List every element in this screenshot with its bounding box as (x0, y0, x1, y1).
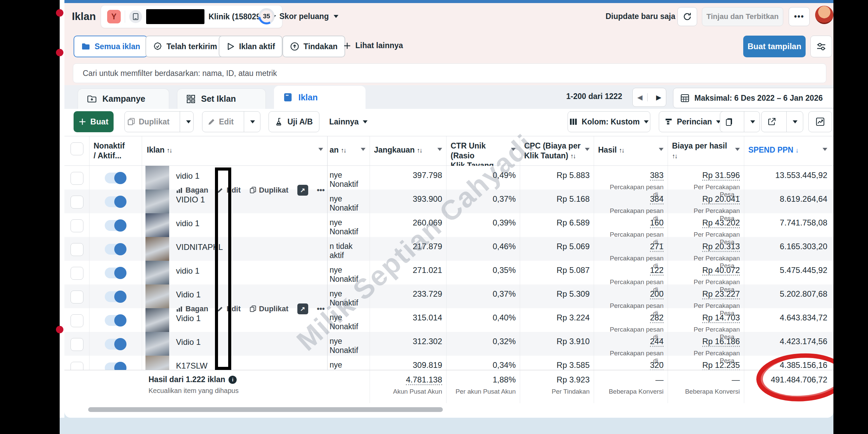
header-spend[interactable]: SPEND PPN ↓ (744, 136, 831, 165)
columns-button[interactable]: Kolom: Kustom (568, 111, 650, 132)
ad-active-toggle[interactable] (105, 362, 126, 370)
filter-tab-semua-iklan[interactable]: Semua iklan (74, 36, 147, 57)
cost-link[interactable]: Rp 20.041 (702, 194, 740, 204)
ad-name-link[interactable]: vidio 1 (176, 265, 199, 276)
ad-name-link[interactable]: Vidio 1 (176, 313, 201, 323)
filter-tab-tindakan[interactable]: Tindakan (282, 36, 345, 57)
results-link[interactable]: 384 (650, 194, 664, 204)
ad-thumbnail[interactable] (145, 166, 169, 190)
reports-menu-button[interactable] (744, 112, 760, 132)
row-checkbox[interactable] (71, 219, 83, 232)
create-button[interactable]: Buat (74, 111, 114, 132)
cost-link[interactable]: Rp 12.235 (702, 360, 740, 370)
ad-name-link[interactable]: Vidio 1 (176, 337, 201, 347)
duplicate-button[interactable]: Duplikat (124, 112, 176, 132)
breakdown-button[interactable]: Perincian (659, 111, 727, 132)
cost-link[interactable]: Rp 23.227 (702, 289, 740, 299)
ad-active-toggle[interactable] (105, 173, 126, 183)
ad-thumbnail[interactable] (145, 284, 169, 308)
tab-set-iklan[interactable]: Set Iklan (177, 88, 266, 109)
ad-thumbnail[interactable] (145, 213, 169, 237)
row-checkbox[interactable] (71, 243, 83, 256)
date-range-selector[interactable]: Maksimal: 6 Des 2022 – 6 Jan 2026 (673, 88, 833, 108)
edit-button[interactable]: Edit (202, 112, 240, 132)
user-avatar[interactable] (815, 6, 833, 24)
results-link[interactable]: 200 (650, 289, 664, 299)
filter-tab-lihat-lainnya[interactable]: Lihat lainnya (343, 41, 403, 50)
horizontal-scrollbar[interactable] (88, 407, 443, 412)
ad-name-link[interactable]: vidio 1 (176, 218, 199, 228)
more-actions-button[interactable]: Lainnya (329, 111, 368, 132)
cost-link[interactable]: Rp 40.072 (702, 265, 740, 276)
ad-active-toggle[interactable] (105, 244, 126, 255)
filter-tab-iklan-aktif[interactable]: Iklan aktif (219, 36, 282, 57)
tab-kampanye[interactable]: Kampanye (78, 88, 169, 109)
header-select-all[interactable] (64, 136, 90, 165)
cost-link[interactable]: Rp 43.202 (702, 218, 740, 228)
ad-active-toggle[interactable] (105, 291, 126, 302)
row-checkbox[interactable] (71, 196, 83, 209)
ad-thumbnail[interactable] (145, 308, 169, 332)
search-input[interactable]: Cari untuk memfilter berdasarkan: nama, … (73, 63, 826, 83)
results-link[interactable]: 282 (650, 313, 664, 323)
cost-link[interactable]: Rp 16.186 (702, 337, 740, 347)
results-link[interactable]: 383 (650, 171, 664, 181)
filter-tab-telah-terkirim[interactable]: Telah terkirim (145, 36, 224, 57)
ab-test-button[interactable]: Uji A/B (269, 111, 319, 132)
header-results[interactable]: Hasil ↑↓ (594, 136, 668, 165)
info-icon[interactable]: i (229, 376, 237, 384)
cost-link[interactable]: Rp 31.596 (702, 171, 740, 181)
results-link[interactable]: 160 (650, 218, 664, 228)
account-selector[interactable]: Y Klinik (158029... (101, 5, 282, 28)
next-page-button[interactable]: ▶ (652, 93, 666, 101)
ad-name-link[interactable]: K17SLW (176, 360, 208, 370)
results-link[interactable]: 244 (650, 337, 664, 347)
ad-active-toggle[interactable] (105, 315, 126, 326)
row-checkbox[interactable] (71, 267, 83, 280)
opportunity-score[interactable]: 35 Skor peluang (258, 6, 338, 26)
duplicate-menu-button[interactable] (180, 112, 194, 132)
cost-link[interactable]: Rp 14.703 (702, 313, 740, 323)
ad-name-link[interactable]: vidio 1 (176, 171, 325, 181)
view-settings-button[interactable] (810, 36, 832, 57)
results-link[interactable]: 122 (650, 265, 664, 276)
ad-thumbnail[interactable] (145, 261, 169, 284)
select-all-checkbox[interactable] (71, 142, 83, 155)
export-button[interactable] (761, 112, 782, 132)
ad-active-toggle[interactable] (105, 220, 126, 231)
ad-active-toggle[interactable] (105, 268, 126, 278)
row-checkbox[interactable] (71, 291, 83, 303)
tab-iklan[interactable]: Iklan (274, 86, 366, 109)
results-link[interactable]: 320 (650, 360, 664, 370)
header-ctr[interactable]: CTR Unik (RasioKlik Tayang... (447, 136, 520, 165)
more-options-button[interactable]: ••• (789, 7, 810, 26)
ad-thumbnail[interactable] (145, 332, 169, 356)
ad-name-link[interactable]: VIDIO 1 (176, 194, 205, 204)
ad-active-toggle[interactable] (105, 196, 126, 207)
header-cost-per-result[interactable]: Biaya per hasil↑↓ (668, 136, 744, 165)
ad-name-link[interactable]: Vidio 1 (176, 289, 325, 299)
row-checkbox[interactable] (71, 172, 83, 185)
header-delivery[interactable]: an ↑↓ (328, 136, 370, 165)
reports-button[interactable] (720, 112, 740, 132)
header-reach[interactable]: Jangkauan ↑↓ (370, 136, 447, 165)
results-link[interactable]: 271 (650, 242, 664, 252)
header-ad[interactable]: Iklan ↑↓ (142, 136, 328, 165)
ad-thumbnail[interactable] (145, 237, 169, 261)
red-dot-annotation (56, 9, 63, 17)
row-checkbox[interactable] (71, 314, 83, 327)
review-publish-button[interactable]: Tinjau dan Terbitkan (702, 7, 783, 26)
prev-page-button[interactable]: ◀ (633, 93, 648, 101)
ad-thumbnail[interactable] (145, 190, 169, 213)
edit-menu-button[interactable] (244, 112, 260, 132)
cost-link[interactable]: Rp 20.313 (702, 242, 740, 252)
create-view-button[interactable]: Buat tampilan (743, 36, 806, 57)
refresh-button[interactable] (677, 7, 697, 26)
export-menu-button[interactable] (786, 112, 804, 132)
ad-thumbnail[interactable] (145, 356, 169, 370)
row-checkbox[interactable] (71, 362, 83, 370)
header-cpc[interactable]: CPC (Biaya perKlik Tautan) ↑↓ (520, 136, 594, 165)
ad-active-toggle[interactable] (105, 339, 126, 350)
row-checkbox[interactable] (71, 338, 83, 351)
charts-button[interactable] (808, 111, 832, 132)
